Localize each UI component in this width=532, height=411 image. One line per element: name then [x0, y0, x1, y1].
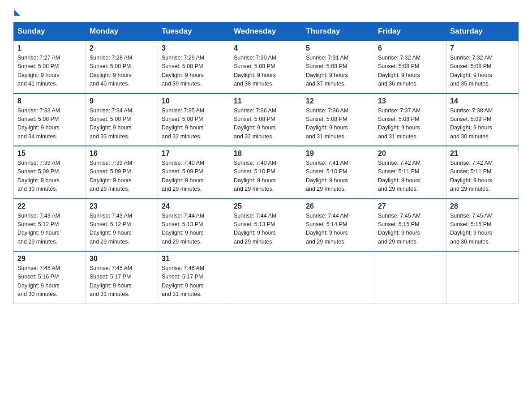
calendar-cell: 20 Sunrise: 7:42 AMSunset: 5:11 PMDaylig…: [374, 146, 446, 199]
day-info: Sunrise: 7:43 AMSunset: 5:12 PMDaylight:…: [17, 213, 60, 245]
calendar-cell: 7 Sunrise: 7:32 AMSunset: 5:08 PMDayligh…: [446, 41, 519, 94]
day-number: 23: [90, 202, 154, 210]
calendar-cell: 12 Sunrise: 7:36 AMSunset: 5:08 PMDaylig…: [302, 94, 374, 146]
calendar-cell: 5 Sunrise: 7:31 AMSunset: 5:08 PMDayligh…: [302, 41, 374, 94]
calendar-cell: 16 Sunrise: 7:39 AMSunset: 5:09 PMDaylig…: [86, 146, 158, 199]
day-number: 18: [234, 150, 298, 158]
day-info: Sunrise: 7:40 AMSunset: 5:10 PMDaylight:…: [234, 160, 276, 192]
calendar-cell: 25 Sunrise: 7:44 AMSunset: 5:13 PMDaylig…: [230, 199, 302, 252]
day-info: Sunrise: 7:34 AMSunset: 5:08 PMDaylight:…: [90, 107, 132, 140]
calendar-cell: 10 Sunrise: 7:35 AMSunset: 5:08 PMDaylig…: [158, 94, 230, 146]
day-number: 25: [234, 202, 298, 210]
day-number: 29: [17, 255, 82, 263]
calendar-cell: 21 Sunrise: 7:42 AMSunset: 5:11 PMDaylig…: [446, 146, 519, 199]
day-info: Sunrise: 7:44 AMSunset: 5:13 PMDaylight:…: [162, 213, 204, 245]
calendar-cell: 27 Sunrise: 7:45 AMSunset: 5:15 PMDaylig…: [374, 199, 446, 252]
calendar-week-row: 1 Sunrise: 7:27 AMSunset: 5:08 PMDayligh…: [14, 41, 519, 94]
day-number: 17: [162, 150, 226, 158]
day-info: Sunrise: 7:45 AMSunset: 5:15 PMDaylight:…: [450, 213, 493, 245]
calendar-cell: [446, 251, 519, 304]
day-number: 31: [162, 255, 226, 263]
day-number: 5: [306, 44, 370, 52]
logo: [13, 9, 46, 14]
day-number: 19: [306, 150, 370, 158]
day-number: 4: [234, 44, 298, 52]
day-info: Sunrise: 7:40 AMSunset: 5:09 PMDaylight:…: [162, 160, 204, 192]
day-number: 3: [162, 44, 226, 52]
calendar-week-row: 8 Sunrise: 7:33 AMSunset: 5:08 PMDayligh…: [14, 94, 519, 146]
header-wednesday: Wednesday: [230, 22, 302, 41]
day-info: Sunrise: 7:30 AMSunset: 5:08 PMDaylight:…: [234, 55, 276, 87]
day-number: 27: [378, 202, 442, 210]
day-info: Sunrise: 7:42 AMSunset: 5:11 PMDaylight:…: [378, 160, 420, 192]
calendar-week-row: 15 Sunrise: 7:39 AMSunset: 5:09 PMDaylig…: [14, 146, 519, 199]
day-info: Sunrise: 7:44 AMSunset: 5:14 PMDaylight:…: [306, 213, 348, 245]
calendar-cell: 30 Sunrise: 7:45 AMSunset: 5:17 PMDaylig…: [86, 251, 158, 304]
page-header: [13, 9, 519, 14]
day-info: Sunrise: 7:41 AMSunset: 5:10 PMDaylight:…: [306, 160, 348, 192]
day-number: 20: [378, 150, 442, 158]
calendar-cell: 8 Sunrise: 7:33 AMSunset: 5:08 PMDayligh…: [14, 94, 86, 146]
day-info: Sunrise: 7:45 AMSunset: 5:15 PMDaylight:…: [378, 213, 420, 245]
calendar-cell: [374, 251, 446, 304]
day-number: 30: [90, 255, 154, 263]
logo-arrow-icon: [14, 10, 20, 16]
day-info: Sunrise: 7:45 AMSunset: 5:16 PMDaylight:…: [17, 265, 60, 297]
day-info: Sunrise: 7:27 AMSunset: 5:08 PMDaylight:…: [17, 55, 60, 87]
day-info: Sunrise: 7:28 AMSunset: 5:08 PMDaylight:…: [90, 55, 132, 87]
day-info: Sunrise: 7:42 AMSunset: 5:11 PMDaylight:…: [450, 160, 493, 192]
day-number: 9: [90, 97, 154, 105]
header-saturday: Saturday: [446, 22, 519, 41]
calendar-week-row: 29 Sunrise: 7:45 AMSunset: 5:16 PMDaylig…: [14, 251, 519, 304]
calendar-cell: 24 Sunrise: 7:44 AMSunset: 5:13 PMDaylig…: [158, 199, 230, 252]
day-number: 28: [450, 202, 515, 210]
day-info: Sunrise: 7:43 AMSunset: 5:12 PMDaylight:…: [90, 213, 132, 245]
calendar-cell: 18 Sunrise: 7:40 AMSunset: 5:10 PMDaylig…: [230, 146, 302, 199]
day-info: Sunrise: 7:32 AMSunset: 5:08 PMDaylight:…: [450, 55, 493, 87]
day-number: 26: [306, 202, 370, 210]
day-info: Sunrise: 7:33 AMSunset: 5:08 PMDaylight:…: [17, 107, 60, 140]
calendar-cell: 11 Sunrise: 7:36 AMSunset: 5:08 PMDaylig…: [230, 94, 302, 146]
day-number: 11: [234, 97, 298, 105]
calendar-header-row: SundayMondayTuesdayWednesdayThursdayFrid…: [14, 22, 519, 41]
day-info: Sunrise: 7:35 AMSunset: 5:08 PMDaylight:…: [162, 107, 204, 140]
day-info: Sunrise: 7:38 AMSunset: 5:09 PMDaylight:…: [450, 107, 493, 140]
calendar-cell: 17 Sunrise: 7:40 AMSunset: 5:09 PMDaylig…: [158, 146, 230, 199]
day-number: 21: [450, 150, 515, 158]
day-info: Sunrise: 7:36 AMSunset: 5:08 PMDaylight:…: [306, 107, 348, 140]
header-monday: Monday: [86, 22, 158, 41]
day-number: 14: [450, 97, 515, 105]
day-info: Sunrise: 7:37 AMSunset: 5:08 PMDaylight:…: [378, 107, 420, 140]
day-info: Sunrise: 7:32 AMSunset: 5:08 PMDaylight:…: [378, 55, 420, 87]
day-number: 2: [90, 44, 154, 52]
calendar-cell: [302, 251, 374, 304]
header-sunday: Sunday: [14, 22, 86, 41]
calendar-cell: 4 Sunrise: 7:30 AMSunset: 5:08 PMDayligh…: [230, 41, 302, 94]
calendar-cell: 31 Sunrise: 7:46 AMSunset: 5:17 PMDaylig…: [158, 251, 230, 304]
calendar-cell: 9 Sunrise: 7:34 AMSunset: 5:08 PMDayligh…: [86, 94, 158, 146]
day-info: Sunrise: 7:29 AMSunset: 5:08 PMDaylight:…: [162, 55, 204, 87]
calendar-cell: 6 Sunrise: 7:32 AMSunset: 5:08 PMDayligh…: [374, 41, 446, 94]
calendar-cell: 19 Sunrise: 7:41 AMSunset: 5:10 PMDaylig…: [302, 146, 374, 199]
calendar-cell: 1 Sunrise: 7:27 AMSunset: 5:08 PMDayligh…: [14, 41, 86, 94]
day-info: Sunrise: 7:36 AMSunset: 5:08 PMDaylight:…: [234, 107, 276, 140]
day-number: 10: [162, 97, 226, 105]
calendar-cell: 13 Sunrise: 7:37 AMSunset: 5:08 PMDaylig…: [374, 94, 446, 146]
day-info: Sunrise: 7:46 AMSunset: 5:17 PMDaylight:…: [162, 265, 204, 297]
calendar-table: SundayMondayTuesdayWednesdayThursdayFrid…: [13, 22, 519, 304]
day-info: Sunrise: 7:39 AMSunset: 5:09 PMDaylight:…: [90, 160, 132, 192]
header-thursday: Thursday: [302, 22, 374, 41]
day-number: 15: [17, 150, 82, 158]
day-number: 6: [378, 44, 442, 52]
calendar-cell: 26 Sunrise: 7:44 AMSunset: 5:14 PMDaylig…: [302, 199, 374, 252]
calendar-cell: 22 Sunrise: 7:43 AMSunset: 5:12 PMDaylig…: [14, 199, 86, 252]
calendar-week-row: 22 Sunrise: 7:43 AMSunset: 5:12 PMDaylig…: [14, 199, 519, 252]
calendar-cell: 29 Sunrise: 7:45 AMSunset: 5:16 PMDaylig…: [14, 251, 86, 304]
day-number: 1: [17, 44, 82, 52]
header-friday: Friday: [374, 22, 446, 41]
day-info: Sunrise: 7:45 AMSunset: 5:17 PMDaylight:…: [90, 265, 132, 297]
day-info: Sunrise: 7:44 AMSunset: 5:13 PMDaylight:…: [234, 213, 276, 245]
day-info: Sunrise: 7:39 AMSunset: 5:09 PMDaylight:…: [17, 160, 60, 192]
day-number: 13: [378, 97, 442, 105]
day-number: 8: [17, 97, 82, 105]
